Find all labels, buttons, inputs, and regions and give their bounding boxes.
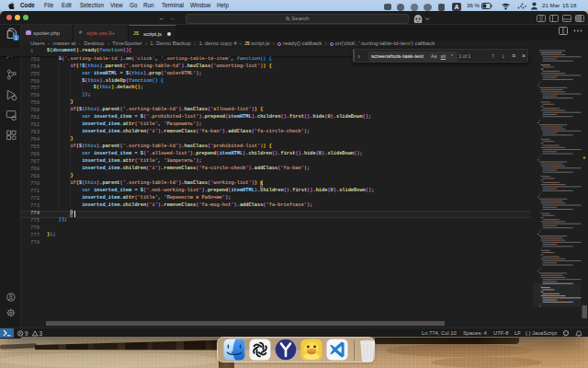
svg-text:3: 3 — [40, 330, 43, 337]
svg-text:9: 9 — [25, 330, 28, 337]
